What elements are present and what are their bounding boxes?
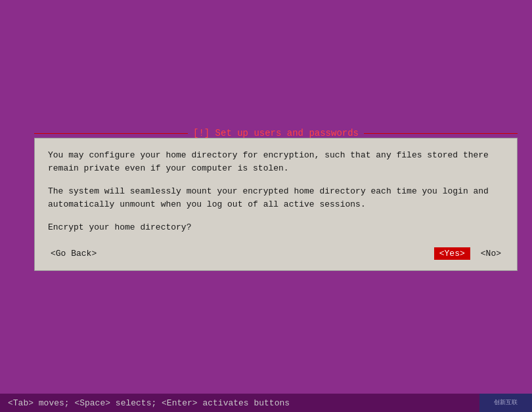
watermark-text: 创新互联 — [494, 400, 518, 406]
status-text: <Tab> moves; <Space> selects; <Enter> ac… — [8, 398, 290, 408]
no-button[interactable]: <No> — [478, 247, 504, 260]
title-line-left — [34, 133, 188, 134]
watermark: 创新互联 — [479, 394, 532, 412]
paragraph-2: The system will seamlessly mount your en… — [48, 185, 504, 211]
dialog-title: [!] Set up users and passwords — [188, 128, 364, 138]
dialog-content: You may configure your home directory fo… — [48, 149, 504, 234]
go-back-button[interactable]: <Go Back> — [48, 247, 99, 260]
dialog-buttons: <Go Back> <Yes> <No> — [48, 247, 504, 260]
dialog-container: [!] Set up users and passwords You may c… — [34, 128, 518, 271]
dialog-question: Encrypt your home directory? — [48, 221, 504, 234]
main-screen: [!] Set up users and passwords You may c… — [0, 0, 532, 412]
yes-button[interactable]: <Yes> — [434, 247, 470, 260]
dialog-box: You may configure your home directory fo… — [34, 138, 518, 271]
right-buttons: <Yes> <No> — [434, 247, 504, 260]
status-bar: <Tab> moves; <Space> selects; <Enter> ac… — [0, 394, 532, 412]
watermark-line1: 创新互联 — [494, 400, 518, 406]
paragraph-1: You may configure your home directory fo… — [48, 149, 504, 175]
title-line-right — [364, 133, 518, 134]
dialog-title-bar: [!] Set up users and passwords — [34, 128, 518, 138]
